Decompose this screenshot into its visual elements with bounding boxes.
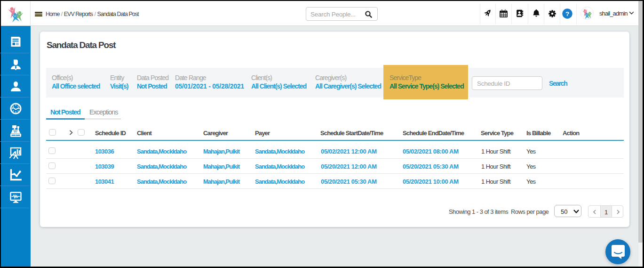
svg-text:?: ?	[565, 10, 569, 17]
